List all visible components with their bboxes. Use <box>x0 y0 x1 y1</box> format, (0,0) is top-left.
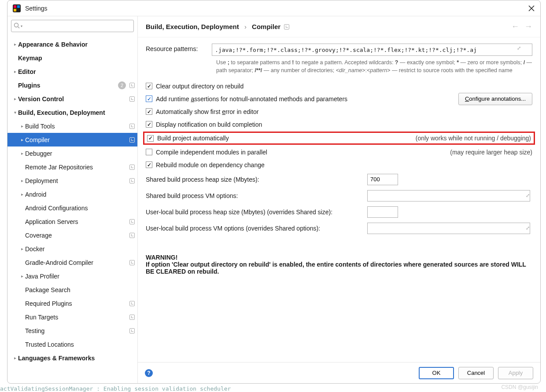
settings-tree: ▸Appearance & BehaviorKeymap▸EditorPlugi… <box>7 36 137 383</box>
auto-show-error-checkbox-row[interactable]: Automatically show first error in editor <box>146 105 532 118</box>
shared-heap-row: Shared build process heap size (Mbytes): <box>146 171 532 187</box>
window-body: ▾ ▸Appearance & BehaviorKeymap▸EditorPlu… <box>7 16 540 383</box>
chevron-right-icon[interactable]: ▸ <box>12 42 18 47</box>
checkbox-icon[interactable] <box>146 95 152 102</box>
project-indicator-icon <box>129 233 135 238</box>
tree-item-package-search[interactable]: Package Search <box>7 283 137 297</box>
checkbox-icon[interactable] <box>146 108 152 115</box>
breadcrumb-header: Build, Execution, Deployment › Compiler … <box>138 16 540 37</box>
chevron-right-icon[interactable]: ▸ <box>19 178 25 183</box>
checkbox-icon[interactable] <box>146 83 152 89</box>
user-vm-input[interactable] <box>367 223 530 234</box>
project-indicator-icon <box>129 124 135 129</box>
expand-icon[interactable]: ⤢ <box>517 45 521 51</box>
tree-item-coverage[interactable]: Coverage <box>7 228 137 242</box>
chevron-right-icon[interactable]: ▸ <box>12 69 18 74</box>
svg-point-4 <box>15 23 18 27</box>
tree-item-label: Java Profiler <box>25 273 135 280</box>
tree-item-android-configurations[interactable]: Android Configurations <box>7 201 137 215</box>
checkbox-label: Rebuild module on dependency change <box>156 161 265 169</box>
runtime-assertions-checkbox-row[interactable]: Add runtime assertions for notnull-annot… <box>146 92 532 105</box>
resource-patterns-help: Use ; to separate patterns and ! to nega… <box>216 59 532 74</box>
sidebar: ▾ ▸Appearance & BehaviorKeymap▸EditorPlu… <box>7 16 138 383</box>
rebuild-dependency-checkbox-row[interactable]: Rebuild module on dependency change <box>146 158 532 171</box>
ok-button[interactable]: OK <box>419 367 454 379</box>
nav-forward-icon[interactable]: → <box>524 22 532 31</box>
checkbox-icon[interactable] <box>146 161 152 168</box>
resource-patterns-label: Resource patterns: <box>146 44 212 52</box>
resource-patterns-input[interactable] <box>212 44 532 56</box>
shared-heap-input[interactable] <box>367 174 398 185</box>
search-wrap: ▾ <box>7 16 137 36</box>
expand-icon[interactable]: ⤢ <box>526 193 530 198</box>
tree-item-run-targets[interactable]: Run Targets <box>7 310 137 324</box>
tree-item-build-execution-deployment[interactable]: ▾Build, Execution, Deployment <box>7 106 137 119</box>
tree-item-compiler[interactable]: ▸Compiler <box>7 133 137 147</box>
breadcrumb-root[interactable]: Build, Execution, Deployment <box>146 23 239 30</box>
tree-item-label: Coverage <box>25 232 128 239</box>
chevron-right-icon[interactable]: ▸ <box>19 124 25 128</box>
chevron-down-icon[interactable]: ▾ <box>12 110 18 115</box>
build-automatically-checkbox-row[interactable]: Build project automatically (only works … <box>143 132 535 145</box>
checkbox-icon[interactable] <box>147 135 154 142</box>
breadcrumb-sep: › <box>244 23 247 30</box>
tree-item-testing[interactable]: Testing <box>7 324 137 337</box>
nav-back-icon[interactable]: ← <box>511 22 519 31</box>
tree-item-trusted-locations[interactable]: Trusted Locations <box>7 337 137 351</box>
display-notification-checkbox-row[interactable]: Display notification on build completion <box>146 118 532 131</box>
chevron-right-icon[interactable]: ▸ <box>19 274 25 278</box>
chevron-right-icon[interactable]: ▸ <box>19 246 25 251</box>
tree-item-deployment[interactable]: ▸Deployment <box>7 174 137 187</box>
user-heap-input[interactable] <box>367 206 398 218</box>
tree-item-debugger[interactable]: ▸Debugger <box>7 147 137 160</box>
tree-item-version-control[interactable]: ▸Version Control <box>7 92 137 106</box>
tree-item-label: Remote Jar Repositories <box>25 164 128 171</box>
project-indicator-icon <box>129 165 135 170</box>
project-indicator-icon <box>129 96 135 102</box>
search-input[interactable] <box>11 20 134 32</box>
checkbox-icon[interactable] <box>146 149 152 155</box>
tree-item-build-tools[interactable]: ▸Build Tools <box>7 119 137 133</box>
tree-item-editor[interactable]: ▸Editor <box>7 65 137 78</box>
apply-button[interactable]: Apply <box>498 367 533 379</box>
tree-item-application-servers[interactable]: Application Servers <box>7 215 137 228</box>
svg-rect-2 <box>17 5 20 8</box>
expand-icon[interactable]: ⤢ <box>526 225 530 231</box>
checkbox-icon[interactable] <box>146 121 152 128</box>
chevron-right-icon[interactable]: ▸ <box>19 192 25 197</box>
tree-item-android[interactable]: ▸Android <box>7 187 137 201</box>
search-dropdown-icon[interactable]: ▾ <box>21 24 22 28</box>
warning-block: WARNING! If option 'Clear output directo… <box>146 254 532 275</box>
help-icon[interactable]: ? <box>145 369 153 377</box>
tree-item-label: Deployment <box>25 177 128 184</box>
compile-parallel-checkbox-row[interactable]: Compile independent modules in parallel … <box>146 146 532 158</box>
tree-item-label: Version Control <box>18 95 128 103</box>
tree-item-label: Run Targets <box>25 314 128 321</box>
tree-item-label: Trusted Locations <box>25 341 135 348</box>
chevron-right-icon[interactable]: ▸ <box>19 151 25 156</box>
configure-annotations-button[interactable]: Configure annotations... <box>458 93 532 105</box>
tree-item-languages-frameworks[interactable]: ▸Languages & Frameworks <box>7 351 137 365</box>
tree-item-remote-jar-repositories[interactable]: Remote Jar Repositories <box>7 160 137 174</box>
tree-item-keymap[interactable]: Keymap <box>7 51 137 65</box>
content-area: Resource patterns: ⤢ Use ; to separate p… <box>138 37 540 362</box>
tree-item-label: Build, Execution, Deployment <box>18 109 135 116</box>
chevron-right-icon[interactable]: ▸ <box>12 96 18 101</box>
field-label: User-local build process VM options (ove… <box>146 225 367 232</box>
side-note: (only works while not running / debuggin… <box>407 135 531 142</box>
settings-window: Settings ▾ ▸Appearance & BehaviorKeymap▸… <box>7 0 541 384</box>
chevron-right-icon[interactable]: ▸ <box>19 137 25 142</box>
shared-vm-input[interactable] <box>367 190 530 201</box>
tree-item-appearance-behavior[interactable]: ▸Appearance & Behavior <box>7 37 137 51</box>
chevron-right-icon[interactable]: ▸ <box>12 355 18 360</box>
tree-item-java-profiler[interactable]: ▸Java Profiler <box>7 269 137 283</box>
resource-patterns-row: Resource patterns: ⤢ <box>146 44 532 56</box>
cancel-button[interactable]: Cancel <box>458 367 494 379</box>
tree-item-docker[interactable]: ▸Docker <box>7 242 137 256</box>
field-label: User-local build process heap size (Mbyt… <box>146 209 367 216</box>
tree-item-gradle-android-compiler[interactable]: Gradle-Android Compiler <box>7 256 137 269</box>
close-icon[interactable] <box>528 5 535 12</box>
tree-item-required-plugins[interactable]: Required Plugins <box>7 297 137 310</box>
tree-item-plugins[interactable]: Plugins2 <box>7 78 137 92</box>
clear-output-checkbox-row[interactable]: Clear output directory on rebuild <box>146 80 532 92</box>
